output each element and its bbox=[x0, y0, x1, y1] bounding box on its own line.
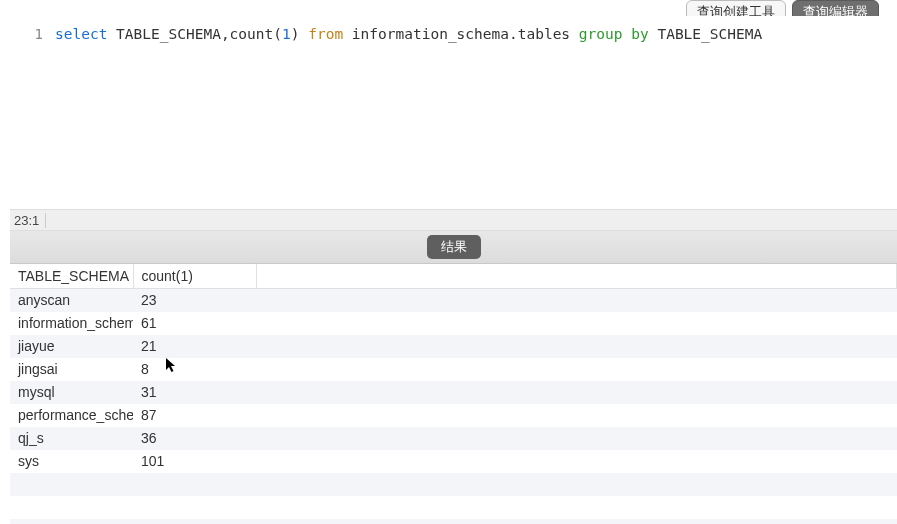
cell-count: 31 bbox=[133, 381, 256, 404]
cell-empty bbox=[256, 450, 897, 473]
cell-empty bbox=[133, 496, 256, 519]
cell-count: 23 bbox=[133, 289, 256, 312]
sql-fields: TABLE_SCHEMA,count( bbox=[107, 26, 282, 42]
sql-table: information_schema.tables bbox=[343, 26, 579, 42]
sql-keyword-select: select bbox=[55, 26, 107, 42]
table-row[interactable]: performance_schema87 bbox=[10, 404, 897, 427]
status-bar: 23:1 bbox=[10, 209, 897, 231]
cell-count: 8 bbox=[133, 358, 256, 381]
sql-groupby-field: TABLE_SCHEMA bbox=[649, 26, 763, 42]
cell-empty bbox=[10, 496, 133, 519]
cell-schema: jiayue bbox=[10, 335, 133, 358]
line-number: 1 bbox=[10, 26, 43, 42]
cursor-position: 23:1 bbox=[14, 213, 46, 228]
cell-count: 101 bbox=[133, 450, 256, 473]
sql-after-one: ) bbox=[291, 26, 308, 42]
sql-keyword-from: from bbox=[308, 26, 343, 42]
table-row[interactable]: mysql31 bbox=[10, 381, 897, 404]
results-tabbar: 结果 bbox=[10, 231, 897, 264]
table-header-row: TABLE_SCHEMA count(1) bbox=[10, 264, 897, 289]
table-row[interactable]: sys101 bbox=[10, 450, 897, 473]
column-header-schema[interactable]: TABLE_SCHEMA bbox=[10, 264, 133, 289]
cell-schema: anyscan bbox=[10, 289, 133, 312]
cell-schema: qj_s bbox=[10, 427, 133, 450]
sql-keyword-group: group bbox=[579, 26, 623, 42]
code-area[interactable]: select TABLE_SCHEMA,count(1) from inform… bbox=[55, 16, 897, 209]
sql-num: 1 bbox=[282, 26, 291, 42]
cell-empty bbox=[256, 335, 897, 358]
column-header-count[interactable]: count(1) bbox=[133, 264, 256, 289]
cell-empty bbox=[10, 473, 133, 496]
table-row[interactable]: anyscan23 bbox=[10, 289, 897, 312]
results-table-wrap: TABLE_SCHEMA count(1) anyscan23informati… bbox=[10, 264, 897, 524]
cell-empty bbox=[256, 473, 897, 496]
cell-empty bbox=[256, 358, 897, 381]
cell-count: 36 bbox=[133, 427, 256, 450]
table-row-empty bbox=[10, 473, 897, 496]
cell-count: 61 bbox=[133, 312, 256, 335]
cell-schema: performance_schema bbox=[10, 404, 133, 427]
sql-editor[interactable]: 1 select TABLE_SCHEMA,count(1) from info… bbox=[10, 16, 897, 209]
line-gutter: 1 bbox=[10, 16, 55, 209]
column-header-empty bbox=[256, 264, 897, 289]
cell-empty bbox=[10, 519, 133, 525]
results-tab[interactable]: 结果 bbox=[427, 235, 481, 259]
cell-empty bbox=[256, 312, 897, 335]
table-row[interactable]: jingsai8 bbox=[10, 358, 897, 381]
table-row-empty bbox=[10, 519, 897, 525]
cell-empty bbox=[256, 496, 897, 519]
sql-keyword-by: by bbox=[622, 26, 648, 42]
cell-empty bbox=[133, 473, 256, 496]
cell-empty bbox=[256, 519, 897, 525]
cell-empty bbox=[256, 427, 897, 450]
cell-empty bbox=[256, 381, 897, 404]
results-table: TABLE_SCHEMA count(1) anyscan23informati… bbox=[10, 264, 897, 524]
table-row[interactable]: information_schema61 bbox=[10, 312, 897, 335]
cell-schema: mysql bbox=[10, 381, 133, 404]
cell-empty bbox=[256, 289, 897, 312]
cell-count: 21 bbox=[133, 335, 256, 358]
cell-empty bbox=[256, 404, 897, 427]
table-row[interactable]: jiayue21 bbox=[10, 335, 897, 358]
cell-schema: sys bbox=[10, 450, 133, 473]
table-row-empty bbox=[10, 496, 897, 519]
cell-empty bbox=[133, 519, 256, 525]
table-row[interactable]: qj_s36 bbox=[10, 427, 897, 450]
cell-schema: jingsai bbox=[10, 358, 133, 381]
cell-schema: information_schema bbox=[10, 312, 133, 335]
cell-count: 87 bbox=[133, 404, 256, 427]
